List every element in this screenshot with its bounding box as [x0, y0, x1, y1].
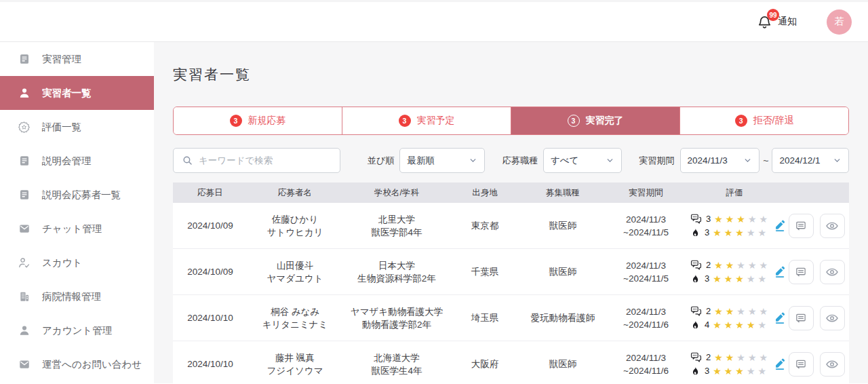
- applicant-name: 桐谷 みなみキリタニミナミ: [248, 305, 342, 331]
- tab-badge: 3: [735, 115, 747, 127]
- period-separator: ~: [763, 155, 768, 166]
- sort-select[interactable]: 最新順: [399, 148, 485, 173]
- person-icon: [18, 87, 31, 100]
- view-button[interactable]: [820, 214, 845, 238]
- star-icon: ★: [724, 274, 733, 284]
- flame-rating-value: 4: [705, 318, 709, 331]
- comment-button[interactable]: [789, 306, 814, 330]
- comment-button[interactable]: [789, 352, 814, 377]
- sort-label: 並び順: [368, 155, 394, 167]
- search-input[interactable]: [199, 155, 332, 166]
- tab-1[interactable]: 3新規応募: [174, 107, 342, 134]
- column-header: 評価: [685, 187, 784, 199]
- sidebar-item[interactable]: 説明会管理: [0, 144, 154, 178]
- chat-rating-value: 2: [706, 258, 711, 271]
- eye-icon: [825, 358, 839, 371]
- flame-rating-value: 3: [705, 272, 709, 285]
- sidebar-item-label: 評価一覧: [42, 121, 81, 134]
- period-to-select[interactable]: 2024/12/1: [772, 148, 849, 173]
- star-icon: ★: [713, 366, 722, 376]
- star-icon: ★: [735, 366, 744, 376]
- job-select[interactable]: すべて: [543, 148, 622, 173]
- sidebar-item-label: 病院情報管理: [42, 290, 101, 303]
- tab-label: 実習予定: [417, 115, 455, 127]
- star-icon: ★: [748, 261, 757, 270]
- comment-button[interactable]: [789, 260, 814, 284]
- job-type: 愛玩動物看護師: [519, 311, 607, 324]
- sidebar-item[interactable]: 実習管理: [0, 42, 154, 76]
- column-header: 学校名/学科: [342, 187, 451, 199]
- star-icon: ★: [735, 320, 744, 330]
- star-icon: ★: [757, 320, 766, 330]
- applicant-name: 山田優斗ヤマダユウト: [248, 259, 342, 285]
- rating-cell: 2★★★★★3★★★★★: [685, 258, 784, 285]
- table-header-row: 応募日応募者名学校名/学科出身地募集職種実習期間評価: [173, 183, 849, 203]
- sidebar-item-label: アカウント管理: [42, 324, 112, 337]
- star-icon: ★: [714, 307, 723, 316]
- column-header: 実習期間: [607, 187, 685, 199]
- star-icon: ★: [735, 228, 744, 237]
- sidebar-item[interactable]: 評価一覧: [0, 110, 154, 144]
- sidebar-item[interactable]: 運営へのお問い合わせ: [0, 347, 154, 381]
- training-period: 2024/11/3~2024/11/6: [607, 305, 685, 331]
- star-icon: ★: [759, 353, 768, 362]
- sidebar-item[interactable]: 病院情報管理: [0, 280, 154, 313]
- view-button[interactable]: [820, 260, 845, 284]
- job-type: 獣医師: [519, 265, 607, 278]
- period-filter-label: 実習期間: [639, 155, 675, 167]
- sidebar-item[interactable]: チャット管理: [0, 212, 154, 246]
- mail-icon: [18, 358, 31, 371]
- comment-icon: [795, 312, 807, 324]
- flame-rating-value: 3: [705, 364, 709, 377]
- star-icon: ★: [747, 274, 755, 284]
- star-icon: ★: [747, 228, 755, 237]
- chat-rating-value: 3: [706, 212, 711, 225]
- period-from-select[interactable]: 2024/11/3: [680, 148, 760, 173]
- school: ヤマザキ動物看護大学動物看護学部2年: [342, 305, 451, 331]
- applied-date: 2024/10/09: [173, 265, 248, 278]
- main-content: 実習者一覧 3新規応募3実習予定3実習完了3拒否/辞退 並び順 最新順 応募職種: [154, 42, 868, 383]
- sidebar-item-label: 運営へのお問い合わせ: [42, 358, 142, 371]
- star-icon: ★: [724, 366, 733, 376]
- avatar[interactable]: 若: [827, 9, 852, 35]
- document-icon: [18, 155, 31, 168]
- column-header: 募集職種: [519, 187, 607, 199]
- search-icon: [182, 155, 193, 166]
- person-check-icon: [18, 256, 31, 269]
- comment-icon: [795, 220, 807, 232]
- sidebar-item[interactable]: アカウント管理: [0, 313, 154, 347]
- trainee-table: 応募日応募者名学校名/学科出身地募集職種実習期間評価 2024/10/09佐藤ひ…: [173, 183, 849, 383]
- notification-label: 通知: [778, 16, 797, 28]
- origin: 東京都: [451, 219, 519, 232]
- training-period: 2024/11/3~2024/11/5: [607, 213, 685, 239]
- flame-rating-icon: [690, 227, 701, 238]
- comment-icon: [795, 358, 807, 370]
- sidebar-item[interactable]: 説明会応募者一覧: [0, 178, 154, 212]
- tab-2[interactable]: 3実習予定: [342, 107, 511, 134]
- origin: 埼玉県: [451, 311, 519, 324]
- flame-rating-icon: [690, 365, 701, 377]
- star-icon: ★: [726, 214, 734, 224]
- star-icon: ★: [736, 214, 745, 224]
- sidebar: 実習管理実習者一覧評価一覧説明会管理説明会応募者一覧チャット管理スカウト病院情報…: [0, 42, 154, 383]
- tab-3[interactable]: 3実習完了: [511, 107, 680, 134]
- sidebar-item[interactable]: 実習者一覧: [0, 76, 154, 110]
- page-title: 実習者一覧: [173, 65, 849, 84]
- star-icon: ★: [724, 228, 733, 237]
- star-icon: ★: [736, 261, 745, 270]
- comment-button[interactable]: [789, 214, 814, 238]
- sidebar-item[interactable]: スカウト: [0, 246, 154, 280]
- row-actions: [784, 260, 849, 284]
- notification-badge: 99: [767, 9, 779, 21]
- star-icon: ★: [747, 366, 755, 376]
- chat-rating-value: 2: [706, 305, 711, 318]
- flame-rating-value: 3: [705, 226, 709, 239]
- column-header: 出身地: [451, 187, 519, 199]
- notification-button[interactable]: 99 通知: [757, 14, 797, 30]
- view-button[interactable]: [820, 352, 845, 377]
- tab-4[interactable]: 3拒否/辞退: [680, 107, 848, 134]
- sort-value: 最新順: [407, 155, 435, 167]
- column-header: 応募日: [173, 187, 248, 199]
- star-icon: ★: [757, 228, 766, 237]
- view-button[interactable]: [820, 306, 845, 330]
